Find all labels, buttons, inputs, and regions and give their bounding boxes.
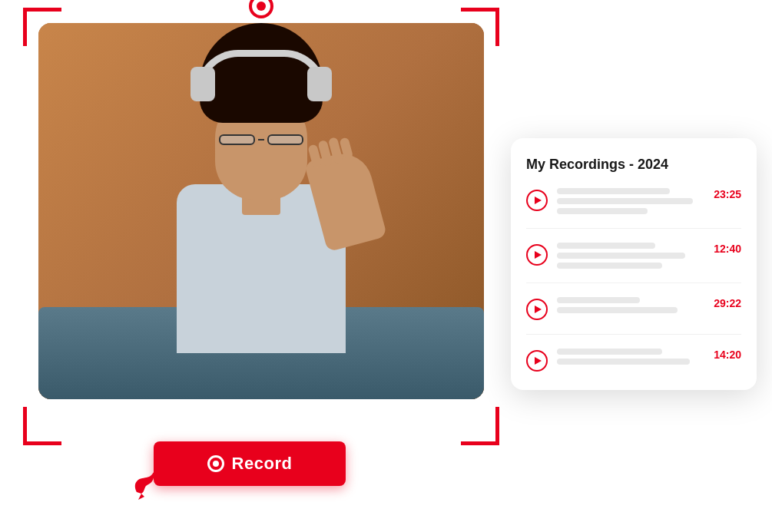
play-triangle-icon — [535, 197, 542, 204]
recording-item: 12:40 — [526, 243, 741, 283]
record-dot-top-indicator — [249, 0, 273, 18]
video-preview — [38, 23, 484, 399]
play-triangle-icon — [535, 251, 542, 259]
recording-item: 29:22 — [526, 297, 741, 335]
play-triangle-icon — [535, 306, 542, 313]
recording-item: 14:20 — [526, 349, 741, 372]
play-button-3[interactable] — [526, 299, 548, 320]
recording-duration-2: 12:40 — [714, 243, 741, 255]
recordings-panel-title: My Recordings - 2024 — [526, 157, 741, 173]
person-silhouette — [38, 23, 484, 399]
corner-bracket-bottom-left — [23, 407, 61, 445]
decorative-bird-icon — [131, 471, 161, 501]
recording-details-3: 29:22 — [557, 297, 741, 313]
play-triangle-icon — [535, 357, 542, 365]
main-container: Record My Recordings - 2024 23: — [0, 0, 772, 532]
recording-duration-3: 29:22 — [714, 297, 741, 309]
recordings-panel: My Recordings - 2024 23:25 — [511, 138, 757, 390]
play-button-2[interactable] — [526, 244, 548, 266]
play-button-4[interactable] — [526, 350, 548, 372]
recording-details-2: 12:40 — [557, 243, 741, 269]
recording-duration-4: 14:20 — [714, 349, 741, 361]
video-frame-wrapper — [23, 8, 499, 445]
recording-details-1: 23:25 — [557, 188, 741, 214]
play-button-1[interactable] — [526, 190, 548, 211]
record-button-label: Record — [232, 454, 293, 474]
record-button[interactable]: Record — [154, 441, 346, 486]
record-button-icon — [207, 455, 224, 472]
recording-details-4: 14:20 — [557, 349, 741, 365]
corner-bracket-bottom-right — [461, 407, 499, 445]
recording-duration-1: 23:25 — [714, 188, 741, 200]
recording-item: 23:25 — [526, 188, 741, 229]
